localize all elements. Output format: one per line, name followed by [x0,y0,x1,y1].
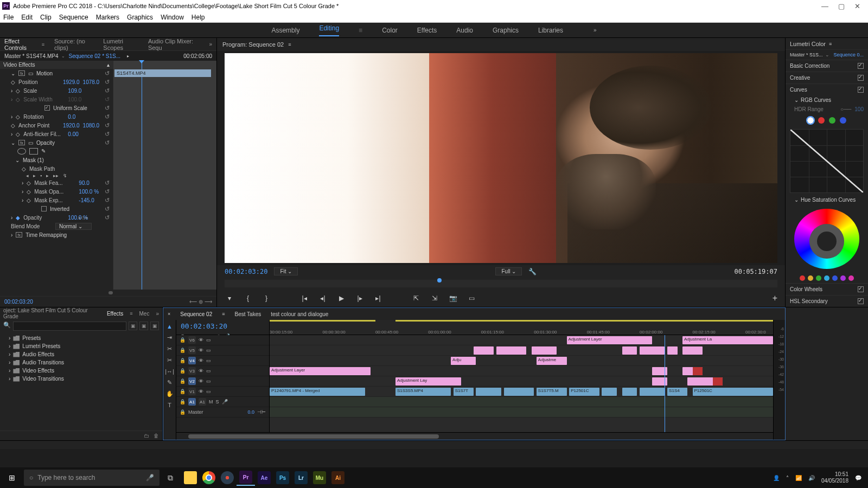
menu-graphics[interactable]: Graphics [127,14,153,21]
prop-scale[interactable]: ›◇Scale109.0↺ [0,86,113,95]
hue-preset-dots[interactable] [786,273,868,283]
rgb-curve-editor[interactable] [790,129,864,193]
extract-button[interactable]: ⇲ [430,294,439,302]
menu-window[interactable]: Window [161,14,184,21]
menu-help[interactable]: Help [192,14,205,21]
new-bin-icon[interactable]: 🗀 [144,433,149,439]
hue-saturation-wheel[interactable] [794,209,859,269]
ec-current-timecode[interactable]: 00:02:03:20 [4,299,33,305]
prop-mask-feather[interactable]: ›◇Mask Fea...90.0↺ [0,178,113,187]
clip[interactable]: Adjustment Layer [270,367,371,375]
tab-lumetri-scopes[interactable]: Lumetri Scopes [103,38,138,51]
prop-position[interactable]: ◇Position1929.01078.0↺ [0,78,113,86]
tab-test-colour[interactable]: test colour and dialogue [271,311,328,317]
prop-blend-mode[interactable]: Blend ModeNormal ⌄ [0,222,113,230]
settings-icon[interactable]: 🔧 [528,268,537,275]
track-header-v1[interactable]: 🔒V1👁▭ [176,387,269,397]
clip[interactable] [504,388,534,396]
prop-opacity[interactable]: ›◆Opacity100.0 %◂ ◇ ▸↺ [0,213,113,222]
track-header-v4[interactable]: 🔒V4👁▭ [176,356,269,366]
selection-tool-icon[interactable]: ▲ [167,323,173,330]
clip[interactable]: Adjustme [537,357,567,365]
maximize-button[interactable]: ▢ [838,2,845,10]
zoom-fit-select[interactable]: Fit ⌄ [274,267,298,275]
tab-effects[interactable]: Effects [107,311,123,317]
tab-sequence-02[interactable]: Sequence 02 [180,311,212,317]
clip[interactable] [474,346,494,355]
tab-project[interactable]: oject: Lake Short Film Cut 5 Colour Grad… [3,307,100,319]
prop-mask-expansion[interactable]: ›◇Mask Exp...-145.0↺ [0,196,113,204]
export-frame-button[interactable]: 📷 [448,294,458,302]
workspace-color[interactable]: Color [382,27,398,34]
tab-best-takes[interactable]: Best Takes [234,311,261,317]
tab-effect-controls[interactable]: Effect Controls [4,38,37,51]
lumetri-curves[interactable]: Curves [786,84,868,95]
reset-icon[interactable]: ↺ [105,70,110,77]
menu-file[interactable]: File [3,14,14,21]
clip[interactable] [667,346,678,355]
program-scrubber[interactable] [225,280,777,287]
effects-folder[interactable]: ›Video Effects [3,367,159,375]
clip[interactable] [622,388,637,396]
clip[interactable] [640,346,665,355]
taskbar-app[interactable]: Ai [329,470,347,486]
lumetri-basic-correction[interactable]: Basic Correction [786,60,868,72]
workspace-editing[interactable]: Editing [319,24,339,36]
taskbar-app[interactable]: Ps [273,470,292,486]
clip[interactable] [532,346,557,355]
clip[interactable] [622,346,637,355]
ec-zoom-controls[interactable]: ⟵ ⊕ ⟶ [189,299,212,305]
tab-source[interactable]: Source: (no clips) [54,38,93,51]
button-editor-icon[interactable]: + [773,293,777,303]
tabs-overflow-icon[interactable]: » [209,41,212,47]
workspace-audio[interactable]: Audio [456,27,473,34]
timeline-ruler[interactable]: 30:00:15:0000:00:30:0000:00:45:0000:01:0… [270,320,773,335]
search-input[interactable] [13,322,126,331]
lumetri-creative[interactable]: Creative [786,72,868,84]
prop-mask-inverted[interactable]: Inverted↺ [0,204,113,213]
tab-audio-mixer[interactable]: Audio Clip Mixer: Sequ [148,38,200,51]
menu-edit[interactable]: Edit [21,14,33,21]
start-button[interactable]: ⊞ [2,470,22,486]
ec-scrollbar[interactable] [108,291,113,294]
ec-playhead[interactable] [142,61,142,290]
slip-tool-icon[interactable]: |↔| [165,368,174,375]
fx-badge-1-icon[interactable]: ▣ [129,322,137,330]
play-button[interactable]: ▶ [336,294,346,302]
effect-controls-timeline[interactable]: S1S4T4.MP4 [113,61,216,290]
clip[interactable]: P12501C [693,388,773,396]
taskbar-app[interactable]: Pr [237,470,255,486]
workspace-assembly[interactable]: Assembly [271,27,299,34]
prop-rotation[interactable]: ›◇Rotation0.0↺ [0,112,113,121]
mask-shape-buttons[interactable]: ✎ [0,147,113,156]
clip[interactable]: S1S7T5.M [537,388,567,396]
minimize-button[interactable]: — [821,2,828,10]
effects-folder[interactable]: ›Presets [3,334,159,342]
close-button[interactable]: ✕ [854,2,860,10]
clip[interactable] [476,388,501,396]
workspace-libraries[interactable]: Libraries [538,27,563,34]
clip[interactable]: P12501C [569,388,599,396]
effects-folder[interactable]: ›Audio Transitions [3,358,159,367]
taskbar-app[interactable]: Lr [292,470,310,486]
timeline-tracks[interactable]: Adjustment LayerAdjustment LaAdjuAdjustm… [270,335,773,432]
fx-motion[interactable]: ⌄fx▭Motion↺ [0,69,113,78]
menu-markers[interactable]: Markers [96,14,119,21]
prop-flicker[interactable]: ›◇Anti-flicker Fil...0.00↺ [0,130,113,138]
effects-folder[interactable]: ›Audio Effects [3,350,159,358]
track-header-v2[interactable]: 🔒V2👁▭ [176,376,269,387]
mask-group[interactable]: ⌄Mask (1) [0,156,113,164]
prop-mask-path[interactable]: ◇Mask Path [0,164,113,173]
taskbar-app[interactable]: Mu [310,470,329,486]
taskbar-app[interactable]: Ae [255,470,273,486]
fx-badge-3-icon[interactable]: ▣ [150,322,159,330]
effects-folder[interactable]: ›Lumetri Presets [3,342,159,350]
ripple-tool-icon[interactable]: ✂ [167,345,172,352]
fx-opacity[interactable]: ⌄fx▭Opacity↺ [0,138,113,147]
panel-menu-icon[interactable]: ≡ [288,42,291,47]
fx-time-remapping[interactable]: ›fxTime Remapping [0,230,113,239]
sequence-clip-link[interactable]: Sequence 02 * S1S... [68,53,120,59]
menu-sequence[interactable]: Sequence [59,14,88,21]
track-select-tool-icon[interactable]: ⇥ [167,334,172,341]
type-tool-icon[interactable]: T [168,402,171,408]
